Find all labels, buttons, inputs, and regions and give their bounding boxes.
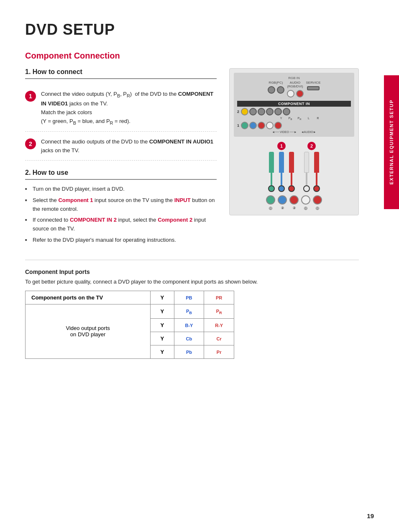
video-label: ◄── VIDEO ──► [272, 130, 297, 133]
left-column: 1. How to connect 1 Connect the video ou… [25, 68, 217, 247]
port-3 [258, 108, 265, 115]
two-col-layout: 1. How to connect 1 Connect the video ou… [25, 68, 359, 247]
dvd-port-red2 [313, 195, 322, 205]
row4-pb: Pb [174, 345, 204, 358]
cable-green [268, 152, 275, 192]
port-y2 [241, 108, 248, 115]
cable-wires-audio [303, 152, 320, 192]
port-blue [249, 122, 257, 129]
component-table: Component ports on the TV Y PB PR Video … [25, 291, 234, 359]
section-title: Component Connection [25, 51, 359, 61]
video-audio-labels: ◄── VIDEO ──► ◄AUDIO► [237, 130, 351, 133]
component-input-section: Component Input ports To get better pict… [25, 260, 359, 359]
cable-red2 [313, 152, 320, 192]
how-to-use-list: Turn on the DVD player, insert a DVD. Se… [25, 185, 217, 245]
component-input-desc: To get better picture quality, connect a… [25, 279, 359, 285]
row-1-ports: 1 [237, 122, 351, 129]
port [268, 86, 275, 94]
audio-label: ◄AUDIO► [301, 130, 316, 133]
cable-group-1: 1 [268, 142, 295, 192]
dvd-port-green [266, 195, 275, 205]
port-2 [249, 108, 257, 115]
sidebar-label: EXTERNAL EQUIPMENT SETUP [389, 100, 394, 184]
rgb-in-label: RGB IN [237, 76, 351, 80]
dvd-port-blue [278, 195, 287, 205]
step-1: 1 Connect the video outputs (Y, PB, PR) … [25, 85, 217, 132]
port [277, 86, 284, 94]
page-container: EXTERNAL EQUIPMENT SETUP DVD SETUP Compo… [0, 0, 399, 532]
header-col1: Component ports on the TV [26, 291, 151, 304]
row3-pb: Cb [174, 332, 204, 345]
header-col2: Y [151, 291, 174, 304]
page-number: 19 [367, 512, 374, 519]
tv-panel: RGB IN RGB(PC) [234, 73, 354, 137]
bottom-labels: ⓪ ② ② ⓪ ⓪ [234, 206, 354, 211]
audio-rgb-label: AUDIO(RGB/DVI) [287, 81, 304, 88]
page-title: DVD SETUP [25, 21, 359, 38]
lbl1: ⓪ [266, 206, 275, 211]
rgb-pc-label: RGB(PC) [268, 81, 284, 84]
lbl2: ② [278, 206, 287, 211]
row-2-ports: 2 [237, 108, 351, 115]
list-item: Select the Component 1 input source on t… [25, 196, 217, 214]
component-in-label: COMPONENT IN [237, 101, 351, 107]
port [307, 86, 320, 90]
port-white [266, 122, 274, 129]
port-red [258, 122, 265, 129]
pr-label: PR [296, 117, 303, 120]
tv-diagram: RGB IN RGB(PC) [229, 68, 359, 215]
diagram-bottom-row [234, 195, 354, 205]
row2-y: Y [151, 318, 174, 332]
how-to-use-title: 2. How to use [25, 169, 217, 180]
port-5 [274, 108, 282, 115]
step-2-number: 2 [29, 141, 32, 147]
dvd-port-red [289, 195, 299, 205]
pb-label: PB [286, 117, 294, 120]
service-section: SERVICE [306, 81, 321, 92]
row2-pb: B-Y [174, 318, 204, 332]
header-col3: PB [174, 291, 204, 304]
service-label: SERVICE [306, 81, 321, 84]
video-output-label: Video output portson DVD player [26, 304, 151, 358]
port-green [241, 122, 248, 129]
top-panel-row: RGB(PC) AUDIO(RGB/DVI) [237, 81, 351, 99]
cable-wires-video [268, 152, 295, 192]
row2-pr: R-Y [204, 318, 234, 332]
cables-area: 1 [234, 142, 354, 192]
list-item: Turn on the DVD player, insert a DVD. [25, 185, 217, 194]
y-label: Y [277, 117, 285, 120]
step-1-number: 1 [29, 93, 32, 100]
cable-blue [278, 152, 285, 192]
rgb-pc-ports [268, 86, 284, 94]
list-item: If connected to COMPONENT IN 2 input, se… [25, 216, 217, 233]
port [287, 90, 294, 97]
row-2-number: 2 [237, 110, 239, 114]
step-2: 2 Connect the audio outputs of the DVD t… [25, 133, 217, 161]
row1-y: Y [151, 304, 174, 318]
component-input-title: Component Input ports [25, 269, 359, 275]
cable-red [288, 152, 295, 192]
step-1-text: Connect the video outputs (Y, PB, PR) of… [41, 90, 217, 126]
rgb-pc-section: RGB(PC) [268, 81, 284, 95]
service-ports [306, 86, 321, 90]
right-column: RGB IN RGB(PC) [229, 68, 359, 247]
main-content: DVD SETUP Component Connection 1. How to… [0, 0, 384, 380]
list-item: Refer to the DVD player's manual for ope… [25, 236, 217, 245]
table-row: Video output portson DVD player Y PB PR [26, 304, 234, 318]
lbl5: ⓪ [313, 206, 322, 211]
cable-white [303, 152, 310, 192]
port-4 [266, 108, 274, 115]
row-1-number: 1 [237, 123, 239, 128]
audio-rgb-ports [287, 90, 304, 97]
row4-y: Y [151, 345, 174, 358]
r-label: R [314, 117, 322, 120]
port [296, 90, 304, 97]
sidebar-tab: EXTERNAL EQUIPMENT SETUP [384, 75, 399, 209]
row-2-labels: Y PB PR L R [237, 117, 351, 120]
row1-pr: PR [204, 304, 234, 318]
cable-group-2: 2 [303, 142, 320, 192]
row3-y: Y [151, 332, 174, 345]
cable-label-2: 2 [307, 142, 316, 150]
port-red2 [274, 122, 282, 129]
dvd-port-white [301, 195, 310, 205]
